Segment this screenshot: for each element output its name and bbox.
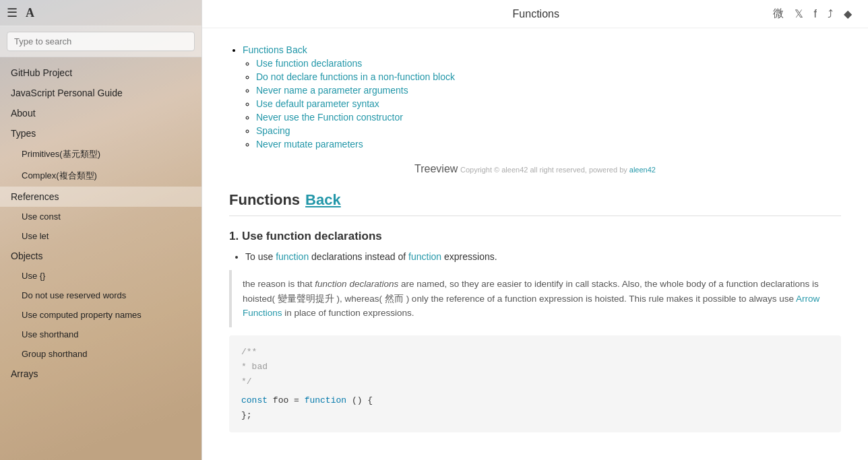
sidebar-item-github[interactable]: GitHub Project: [0, 63, 202, 83]
code-comment1: /**: [241, 347, 257, 357]
sidebar-item-complex[interactable]: Complex(複合類型): [0, 165, 202, 187]
section-heading: Functions Back: [229, 191, 841, 216]
toc-functions-back[interactable]: Functions Back: [243, 44, 307, 55]
share-icon[interactable]: ⤴: [828, 8, 833, 20]
main-body: Functions Back Use function declarations…: [202, 28, 868, 460]
toc-item-6[interactable]: Spacing: [256, 125, 290, 136]
toc-item-5[interactable]: Never use the Function constructor: [256, 112, 403, 123]
toc-item-7[interactable]: Never mutate parameters: [256, 139, 363, 150]
sidebar-item-use-const[interactable]: Use const: [0, 207, 202, 226]
code-closing-brace: };: [241, 410, 252, 420]
sidebar: ☰ A GitHub Project JavaScript Personal G…: [0, 0, 202, 460]
section-title-text: Functions: [229, 191, 300, 209]
sidebar-item-reserved-words[interactable]: Do not use reserved words: [0, 286, 202, 305]
treeview-brand: Treeview: [414, 163, 458, 174]
bullet-list: To use function declarations instead of …: [229, 251, 841, 262]
font-icon[interactable]: A: [26, 6, 34, 20]
sidebar-nav: GitHub Project JavaScript Personal Guide…: [0, 57, 202, 460]
treeview-footer: Treeview Copyright © aleen42 all right r…: [229, 163, 841, 175]
facebook-icon[interactable]: f: [814, 8, 817, 20]
sidebar-item-objects[interactable]: Objects: [0, 246, 202, 266]
weibo-icon[interactable]: 微: [773, 7, 784, 21]
search-input[interactable]: [7, 32, 195, 51]
keyword-function2: function: [408, 251, 441, 262]
toc-item-4[interactable]: Use default parameter syntax: [256, 98, 379, 109]
toc-item-1[interactable]: Use function declarations: [256, 58, 362, 69]
toc-item-3[interactable]: Never name a parameter arguments: [256, 85, 408, 96]
keyword-function1: function: [276, 251, 309, 262]
treeview-copyright: Copyright © aleen42 all right reserved, …: [460, 166, 656, 174]
sidebar-item-shorthand[interactable]: Use shorthand: [0, 325, 202, 344]
blockquote: the reason is that function declarations…: [229, 270, 841, 327]
toc-list: Functions Back Use function declarations…: [229, 44, 841, 150]
blockquote-keyword3: 然而: [385, 294, 404, 304]
sidebar-item-group-shorthand[interactable]: Group shorthand: [0, 344, 202, 364]
main-panel: Functions 微 𝕏 f ⤴ ◆ Functions Back Use f…: [202, 0, 868, 460]
code-const: const: [241, 395, 268, 405]
bullet-item: To use function declarations instead of …: [245, 251, 841, 262]
hamburger-icon[interactable]: ☰: [7, 5, 18, 20]
sidebar-item-types[interactable]: Types: [0, 123, 202, 143]
sidebar-item-js-guide[interactable]: JavaScript Personal Guide: [0, 83, 202, 103]
code-comment3: */: [241, 376, 252, 387]
back-link[interactable]: Back: [305, 191, 341, 209]
subsection-title: 1. Use function declarations: [229, 230, 841, 243]
blockquote-keyword2: 變量聲明提升: [278, 294, 334, 304]
sidebar-item-computed-props[interactable]: Use computed property names: [0, 305, 202, 325]
search-box: [0, 26, 202, 57]
sidebar-content: ☰ A GitHub Project JavaScript Personal G…: [0, 0, 202, 460]
code-block: /** * bad */ const foo = function () { }…: [229, 335, 841, 432]
twitter-icon[interactable]: 𝕏: [795, 7, 803, 20]
header-icons: 微 𝕏 f ⤴ ◆: [773, 7, 852, 21]
sidebar-header: ☰ A: [0, 0, 202, 26]
code-function: function: [305, 395, 346, 405]
treeview-link[interactable]: aleen42: [629, 166, 656, 174]
github-icon[interactable]: ◆: [844, 7, 852, 20]
sidebar-item-use-let[interactable]: Use let: [0, 226, 202, 246]
code-comment2: * bad: [241, 362, 268, 372]
page-title: Functions: [299, 8, 773, 20]
sidebar-item-references[interactable]: References: [0, 187, 202, 207]
sidebar-item-arrays[interactable]: Arrays: [0, 364, 202, 384]
main-header: Functions 微 𝕏 f ⤴ ◆: [202, 0, 868, 28]
toc-item-2[interactable]: Do not declare functions in a non-functi…: [256, 71, 455, 82]
sidebar-item-about[interactable]: About: [0, 103, 202, 123]
sidebar-item-primitives[interactable]: Primitives(基元類型): [0, 143, 202, 165]
sidebar-item-use-braces[interactable]: Use {}: [0, 266, 202, 286]
blockquote-keyword1: function declarations: [315, 279, 398, 289]
